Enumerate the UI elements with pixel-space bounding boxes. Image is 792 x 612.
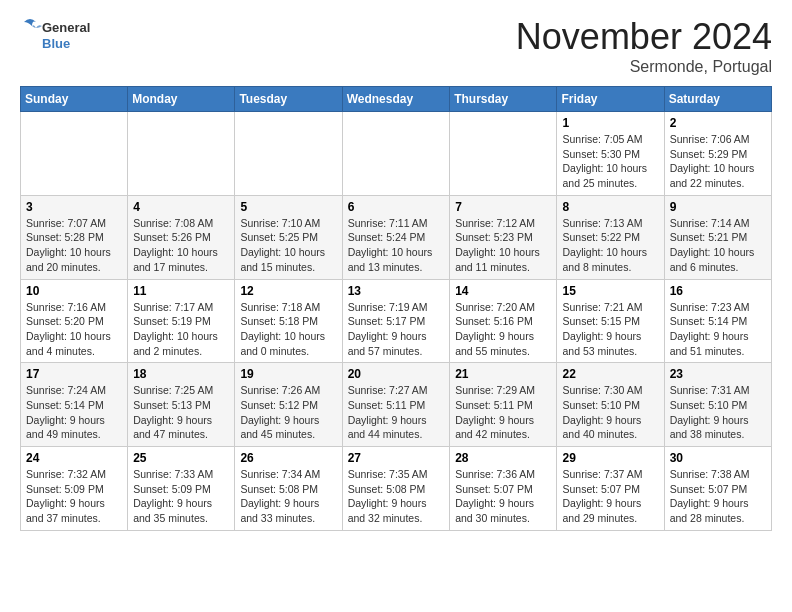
day-info: Sunrise: 7:17 AM Sunset: 5:19 PM Dayligh… — [133, 300, 229, 359]
day-info: Sunrise: 7:32 AM Sunset: 5:09 PM Dayligh… — [26, 467, 122, 526]
calendar-day-cell — [342, 112, 450, 196]
calendar-day-cell: 10Sunrise: 7:16 AM Sunset: 5:20 PM Dayli… — [21, 279, 128, 363]
calendar-day-cell: 24Sunrise: 7:32 AM Sunset: 5:09 PM Dayli… — [21, 447, 128, 531]
weekday-header: Sunday — [21, 87, 128, 112]
day-info: Sunrise: 7:37 AM Sunset: 5:07 PM Dayligh… — [562, 467, 658, 526]
calendar-week-row: 10Sunrise: 7:16 AM Sunset: 5:20 PM Dayli… — [21, 279, 772, 363]
weekday-header: Friday — [557, 87, 664, 112]
day-info: Sunrise: 7:36 AM Sunset: 5:07 PM Dayligh… — [455, 467, 551, 526]
calendar-day-cell: 18Sunrise: 7:25 AM Sunset: 5:13 PM Dayli… — [128, 363, 235, 447]
day-info: Sunrise: 7:19 AM Sunset: 5:17 PM Dayligh… — [348, 300, 445, 359]
calendar-day-cell — [21, 112, 128, 196]
calendar-day-cell: 19Sunrise: 7:26 AM Sunset: 5:12 PM Dayli… — [235, 363, 342, 447]
day-number: 14 — [455, 284, 551, 298]
day-number: 13 — [348, 284, 445, 298]
day-number: 19 — [240, 367, 336, 381]
day-info: Sunrise: 7:35 AM Sunset: 5:08 PM Dayligh… — [348, 467, 445, 526]
day-info: Sunrise: 7:14 AM Sunset: 5:21 PM Dayligh… — [670, 216, 766, 275]
weekday-header: Saturday — [664, 87, 771, 112]
calendar-day-cell — [128, 112, 235, 196]
day-number: 18 — [133, 367, 229, 381]
calendar-day-cell: 23Sunrise: 7:31 AM Sunset: 5:10 PM Dayli… — [664, 363, 771, 447]
calendar-day-cell: 9Sunrise: 7:14 AM Sunset: 5:21 PM Daylig… — [664, 195, 771, 279]
day-info: Sunrise: 7:08 AM Sunset: 5:26 PM Dayligh… — [133, 216, 229, 275]
day-info: Sunrise: 7:27 AM Sunset: 5:11 PM Dayligh… — [348, 383, 445, 442]
calendar-day-cell: 1Sunrise: 7:05 AM Sunset: 5:30 PM Daylig… — [557, 112, 664, 196]
calendar-day-cell: 5Sunrise: 7:10 AM Sunset: 5:25 PM Daylig… — [235, 195, 342, 279]
day-number: 1 — [562, 116, 658, 130]
day-number: 8 — [562, 200, 658, 214]
day-info: Sunrise: 7:06 AM Sunset: 5:29 PM Dayligh… — [670, 132, 766, 191]
calendar-day-cell: 12Sunrise: 7:18 AM Sunset: 5:18 PM Dayli… — [235, 279, 342, 363]
svg-text:General: General — [42, 20, 90, 35]
day-info: Sunrise: 7:18 AM Sunset: 5:18 PM Dayligh… — [240, 300, 336, 359]
day-number: 21 — [455, 367, 551, 381]
day-info: Sunrise: 7:20 AM Sunset: 5:16 PM Dayligh… — [455, 300, 551, 359]
svg-text:Blue: Blue — [42, 36, 70, 51]
weekday-header: Thursday — [450, 87, 557, 112]
day-number: 24 — [26, 451, 122, 465]
calendar-day-cell: 11Sunrise: 7:17 AM Sunset: 5:19 PM Dayli… — [128, 279, 235, 363]
day-info: Sunrise: 7:05 AM Sunset: 5:30 PM Dayligh… — [562, 132, 658, 191]
day-info: Sunrise: 7:12 AM Sunset: 5:23 PM Dayligh… — [455, 216, 551, 275]
calendar-week-row: 24Sunrise: 7:32 AM Sunset: 5:09 PM Dayli… — [21, 447, 772, 531]
calendar-day-cell: 4Sunrise: 7:08 AM Sunset: 5:26 PM Daylig… — [128, 195, 235, 279]
calendar-day-cell: 15Sunrise: 7:21 AM Sunset: 5:15 PM Dayli… — [557, 279, 664, 363]
day-info: Sunrise: 7:13 AM Sunset: 5:22 PM Dayligh… — [562, 216, 658, 275]
day-number: 2 — [670, 116, 766, 130]
day-number: 16 — [670, 284, 766, 298]
day-info: Sunrise: 7:16 AM Sunset: 5:20 PM Dayligh… — [26, 300, 122, 359]
calendar-week-row: 3Sunrise: 7:07 AM Sunset: 5:28 PM Daylig… — [21, 195, 772, 279]
title-area: November 2024 Sermonde, Portugal — [516, 16, 772, 76]
calendar-day-cell: 22Sunrise: 7:30 AM Sunset: 5:10 PM Dayli… — [557, 363, 664, 447]
day-number: 28 — [455, 451, 551, 465]
month-title: November 2024 — [516, 16, 772, 58]
day-number: 7 — [455, 200, 551, 214]
calendar-day-cell: 3Sunrise: 7:07 AM Sunset: 5:28 PM Daylig… — [21, 195, 128, 279]
day-number: 3 — [26, 200, 122, 214]
day-number: 10 — [26, 284, 122, 298]
calendar-day-cell: 14Sunrise: 7:20 AM Sunset: 5:16 PM Dayli… — [450, 279, 557, 363]
generalblue-logo: General Blue — [20, 16, 100, 58]
day-info: Sunrise: 7:38 AM Sunset: 5:07 PM Dayligh… — [670, 467, 766, 526]
calendar-day-cell: 6Sunrise: 7:11 AM Sunset: 5:24 PM Daylig… — [342, 195, 450, 279]
day-info: Sunrise: 7:30 AM Sunset: 5:10 PM Dayligh… — [562, 383, 658, 442]
day-number: 5 — [240, 200, 336, 214]
day-number: 29 — [562, 451, 658, 465]
day-info: Sunrise: 7:23 AM Sunset: 5:14 PM Dayligh… — [670, 300, 766, 359]
page-header: General Blue November 2024 Sermonde, Por… — [20, 16, 772, 76]
weekday-header: Monday — [128, 87, 235, 112]
calendar-week-row: 1Sunrise: 7:05 AM Sunset: 5:30 PM Daylig… — [21, 112, 772, 196]
day-info: Sunrise: 7:34 AM Sunset: 5:08 PM Dayligh… — [240, 467, 336, 526]
day-info: Sunrise: 7:21 AM Sunset: 5:15 PM Dayligh… — [562, 300, 658, 359]
calendar-day-cell — [450, 112, 557, 196]
calendar-day-cell — [235, 112, 342, 196]
calendar-day-cell: 29Sunrise: 7:37 AM Sunset: 5:07 PM Dayli… — [557, 447, 664, 531]
day-number: 20 — [348, 367, 445, 381]
calendar-day-cell: 28Sunrise: 7:36 AM Sunset: 5:07 PM Dayli… — [450, 447, 557, 531]
calendar-table: SundayMondayTuesdayWednesdayThursdayFrid… — [20, 86, 772, 531]
calendar-day-cell: 17Sunrise: 7:24 AM Sunset: 5:14 PM Dayli… — [21, 363, 128, 447]
calendar-day-cell: 21Sunrise: 7:29 AM Sunset: 5:11 PM Dayli… — [450, 363, 557, 447]
day-number: 11 — [133, 284, 229, 298]
location: Sermonde, Portugal — [516, 58, 772, 76]
calendar-day-cell: 26Sunrise: 7:34 AM Sunset: 5:08 PM Dayli… — [235, 447, 342, 531]
day-info: Sunrise: 7:31 AM Sunset: 5:10 PM Dayligh… — [670, 383, 766, 442]
day-number: 26 — [240, 451, 336, 465]
day-number: 4 — [133, 200, 229, 214]
day-number: 15 — [562, 284, 658, 298]
calendar-day-cell: 30Sunrise: 7:38 AM Sunset: 5:07 PM Dayli… — [664, 447, 771, 531]
day-number: 17 — [26, 367, 122, 381]
day-info: Sunrise: 7:33 AM Sunset: 5:09 PM Dayligh… — [133, 467, 229, 526]
day-info: Sunrise: 7:10 AM Sunset: 5:25 PM Dayligh… — [240, 216, 336, 275]
weekday-header: Tuesday — [235, 87, 342, 112]
day-number: 30 — [670, 451, 766, 465]
calendar-day-cell: 13Sunrise: 7:19 AM Sunset: 5:17 PM Dayli… — [342, 279, 450, 363]
day-info: Sunrise: 7:25 AM Sunset: 5:13 PM Dayligh… — [133, 383, 229, 442]
day-number: 27 — [348, 451, 445, 465]
logo: General Blue — [20, 16, 100, 58]
calendar-day-cell: 2Sunrise: 7:06 AM Sunset: 5:29 PM Daylig… — [664, 112, 771, 196]
day-number: 12 — [240, 284, 336, 298]
calendar-day-cell: 25Sunrise: 7:33 AM Sunset: 5:09 PM Dayli… — [128, 447, 235, 531]
day-info: Sunrise: 7:24 AM Sunset: 5:14 PM Dayligh… — [26, 383, 122, 442]
